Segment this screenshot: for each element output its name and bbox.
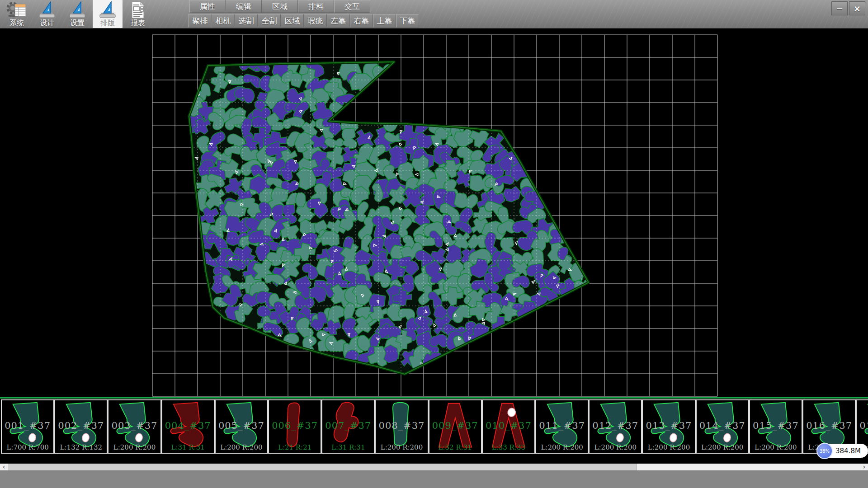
part-id-label: 017_#37	[857, 420, 868, 431]
part-thumbnail-15[interactable]: 015_#37L:200 R:200	[749, 399, 802, 454]
status-bar	[0, 470, 868, 488]
toolbar-menu_row2-item-1[interactable]: 相机	[212, 14, 235, 28]
part-id-label: 005_#37	[216, 420, 267, 431]
scrollbar-thumb[interactable]	[8, 464, 637, 470]
menu-bar-tools: 聚排相机选割全割区域瑕疵左靠右靠上靠下靠	[189, 14, 419, 28]
app-tab-label: 报表	[131, 19, 145, 27]
app-tab-label: 设计	[40, 19, 54, 27]
app-tab-nesting[interactable]: 排版	[93, 0, 123, 28]
close-button[interactable]: ×	[849, 1, 865, 15]
part-lr-count: L:200 R:200	[750, 443, 802, 451]
toolbar-menu_row2-item-8[interactable]: 上靠	[373, 14, 396, 28]
window-controls: ─ ×	[831, 1, 865, 15]
part-lr-count: L:200 R:200	[108, 443, 160, 451]
part-thumbnail-13[interactable]: 013_#37L:200 R:200	[642, 399, 695, 454]
toolbar-menu_row1-item-1[interactable]: 编辑	[226, 0, 262, 13]
memory-usage-badge: 38% 384.8M	[816, 443, 868, 459]
toolbar-menu_row1-item-4[interactable]: 交互	[334, 0, 370, 13]
nesting-canvas[interactable]	[0, 28, 868, 397]
part-id-label: 007_#37	[322, 420, 374, 431]
app-tab-system[interactable]: 系统	[2, 0, 32, 28]
nesting-app-window: { "window": { "minimize_glyph": "─", "cl…	[0, 0, 868, 488]
part-id-label: 015_#37	[750, 420, 802, 431]
part-id-label: 009_#37	[429, 420, 481, 431]
design-icon	[38, 0, 56, 19]
toolbar-menu_row2-item-2[interactable]: 选割	[235, 14, 258, 28]
part-thumbnail-6[interactable]: 006_#37L:21 R:21	[268, 399, 321, 454]
toolbar: 系统设计设置排版报表 属性编辑区域排料交互 聚排相机选割全割区域瑕疵左靠右靠上靠…	[0, 0, 868, 28]
part-thumbnail-10[interactable]: 010_#37L:33 R:33	[482, 399, 535, 454]
part-lr-count: L:200 R:200	[643, 443, 694, 451]
part-id-label: 010_#37	[483, 420, 534, 431]
part-lr-count: L:200 R:200	[697, 443, 748, 451]
memory-percent-indicator: 38%	[816, 443, 833, 459]
scroll-right-arrow[interactable]: ›	[860, 464, 868, 470]
part-thumbnail-7[interactable]: 007_#37L:31 R:31	[321, 399, 375, 454]
toolbar-menu_row2-item-9[interactable]: 下靠	[396, 14, 419, 28]
part-lr-count: L:200 R:200	[376, 443, 427, 451]
toolbar-menu_row2-item-3[interactable]: 全割	[258, 14, 281, 28]
app-tab-label: 排版	[100, 19, 115, 27]
part-id-label: 008_#37	[376, 420, 427, 431]
part-id-label: 002_#37	[55, 420, 107, 431]
part-id-label: 014_#37	[697, 420, 748, 431]
part-id-label: 011_#37	[536, 420, 588, 431]
system-icon	[6, 0, 27, 19]
part-id-label: 003_#37	[108, 420, 160, 431]
part-lr-count: L:700 R:700	[2, 443, 53, 451]
part-thumbnail-11[interactable]: 011_#37L:200 R:200	[535, 399, 589, 454]
scroll-left-arrow[interactable]: ‹	[0, 464, 8, 470]
part-thumbnail-8[interactable]: 008_#37L:200 R:200	[375, 399, 428, 454]
part-id-label: 004_#37	[162, 420, 214, 431]
part-lr-count: L:200 R:200	[590, 443, 641, 451]
part-thumbnail-3[interactable]: 003_#37L:200 R:200	[108, 399, 161, 454]
part-lr-count: L:31 R:31	[322, 443, 374, 451]
app-tab-label: 系统	[9, 19, 24, 27]
part-id-label: 001_#37	[2, 420, 53, 431]
part-lr-count: L:132 R:132	[55, 443, 107, 451]
part-lr-count: L:32 R:31	[429, 443, 481, 451]
toolbar-menu_row2-item-5[interactable]: 瑕疵	[304, 14, 327, 28]
app-tab-settings[interactable]: 设置	[62, 0, 92, 28]
part-id-label: 006_#37	[269, 420, 321, 431]
toolbar-menu_row2-item-7[interactable]: 右靠	[350, 14, 373, 28]
part-thumbnail-4[interactable]: 004_#37L:31 R:31	[161, 399, 215, 454]
horizontal-scrollbar[interactable]: ‹ ›	[0, 464, 868, 470]
toolbar-menu_row1-item-3[interactable]: 排料	[298, 0, 334, 13]
toolbar-menu_row1-item-0[interactable]: 属性	[189, 0, 226, 13]
nesting-icon	[99, 0, 117, 19]
part-thumbnail-2[interactable]: 002_#37L:132 R:132	[54, 399, 108, 454]
toolbar-menu_row2-item-6[interactable]: 左靠	[327, 14, 350, 28]
toolbar-menu_row2-item-0[interactable]: 聚排	[189, 14, 212, 28]
part-thumbnail-12[interactable]: 012_#37L:200 R:200	[589, 399, 642, 454]
toolbar-menu_row1-item-2[interactable]: 区域	[262, 0, 298, 13]
app-tab-design[interactable]: 设计	[32, 0, 62, 28]
strip-top-line-2	[0, 399, 868, 399]
part-thumbnail-1[interactable]: 001_#37L:700 R:700	[1, 399, 54, 454]
part-lr-count: L:33 R:33	[483, 443, 534, 451]
menu-bar-top: 属性编辑区域排料交互	[189, 0, 370, 13]
nesting-canvas-svg	[0, 28, 868, 397]
part-lr-count: L:31 R:31	[162, 443, 214, 451]
toolbar-menu_row2-item-4[interactable]: 区域	[281, 14, 304, 28]
part-lr-count: L:200 R:200	[216, 443, 267, 451]
strip-top-line	[0, 397, 868, 398]
part-lr-count: L:21 R:21	[269, 443, 321, 451]
part-lr-count: L:200 R:200	[536, 443, 588, 451]
app-tab-bar: 系统设计设置排版报表	[2, 0, 153, 28]
part-thumbnail-5[interactable]: 005_#37L:200 R:200	[215, 399, 268, 454]
part-thumbnail-14[interactable]: 014_#37L:200 R:200	[696, 399, 749, 454]
minimize-button[interactable]: ─	[831, 1, 848, 15]
report-icon	[129, 0, 147, 19]
parts-strip: 001_#37L:700 R:700002_#37L:132 R:132003_…	[0, 397, 868, 455]
settings-icon	[68, 0, 86, 19]
part-thumbnail-9[interactable]: 009_#37L:32 R:31	[429, 399, 482, 454]
part-id-label: 013_#37	[643, 420, 694, 431]
part-id-label: 016_#37	[803, 420, 855, 431]
app-tab-report[interactable]: 报表	[123, 0, 153, 28]
memory-value: 384.8M	[835, 444, 861, 458]
app-tab-label: 设置	[70, 19, 85, 27]
part-id-label: 012_#37	[590, 420, 641, 431]
